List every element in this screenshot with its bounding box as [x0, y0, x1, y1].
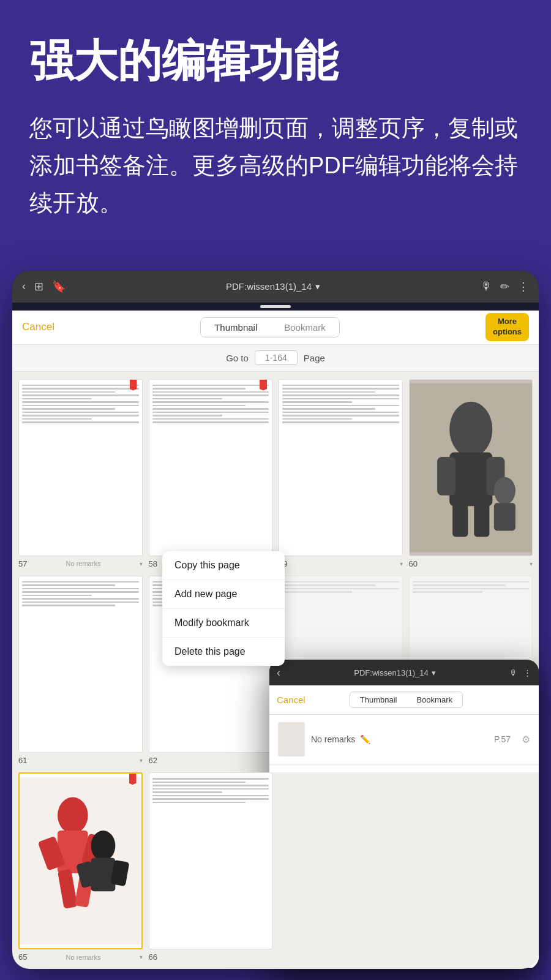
thumb-label-row-62: 62 ▾	[149, 756, 273, 765]
thumb-label-row-57: 57 No remarks ▾	[18, 559, 143, 568]
thumb-66[interactable]: 66	[149, 772, 273, 962]
tablet-topbar: ‹ ⊞ 🔖 PDF:wissen13(1)_14 ▾ 🎙 ✏ ⋮	[12, 271, 539, 303]
thumb-60[interactable]: 60 ▾	[409, 379, 533, 568]
thumb-61[interactable]: 61 ▾	[18, 576, 143, 765]
bookmark-item-p57[interactable]: No remarks ✏️ P.57 ⚙	[269, 715, 539, 764]
more-icon[interactable]: ⋮	[518, 280, 529, 293]
second-pdf-toolbar: Cancel Thumbnail Bookmark	[269, 685, 539, 715]
second-back-icon[interactable]: ‹	[277, 666, 280, 679]
thumbnail-grid-row1: 57 No remarks ▾	[12, 372, 539, 576]
bookmark-flag	[130, 380, 137, 391]
main-tablet: ‹ ⊞ 🔖 PDF:wissen13(1)_14 ▾ 🎙 ✏ ⋮ Cancel …	[12, 271, 539, 970]
page-text-lines	[149, 773, 272, 810]
svg-rect-3	[437, 457, 455, 496]
thumb-page-61	[18, 576, 143, 753]
delete-this-page-item[interactable]: Delete this page	[162, 638, 285, 666]
mic-icon[interactable]: 🎙	[481, 280, 492, 293]
thumb-page-59	[279, 379, 403, 556]
illustration-colored-svg	[20, 774, 141, 948]
second-cancel-button[interactable]: Cancel	[277, 695, 305, 705]
second-topbar-right: 🎙 ⋮	[509, 668, 531, 677]
second-topbar-center: PDF:wissen13(1)_14 ▾	[354, 668, 435, 677]
chevron-down-icon[interactable]: ▾	[530, 560, 533, 567]
thumb-page-60	[409, 379, 533, 556]
thumb-page-66	[149, 772, 273, 949]
thumb-label-row-59: 59 ▾	[279, 559, 403, 568]
drag-handle	[260, 305, 291, 308]
chevron-down-icon[interactable]: ▾	[140, 954, 143, 960]
thumb-num: 62	[149, 756, 157, 765]
thumb-num: 66	[149, 952, 157, 962]
page-label: Page	[304, 353, 325, 363]
bookmark-label-p57: No remarks ✏️	[311, 734, 488, 744]
chevron-down-icon[interactable]: ▾	[140, 757, 143, 764]
hero-title: 强大的编辑功能	[29, 37, 522, 85]
bookmark-flag	[129, 774, 137, 785]
thumb-num: 61	[18, 756, 27, 765]
thumb-remarks: No remarks	[66, 954, 101, 961]
second-mic-icon[interactable]: 🎙	[509, 668, 517, 677]
topbar-right-icons: 🎙 ✏ ⋮	[481, 280, 529, 293]
page-text-lines	[149, 380, 272, 430]
topbar-left-icons: ‹ ⊞ 🔖	[22, 280, 66, 293]
thumbnail-grid-row3: 65 No remarks ▾ 66	[12, 772, 539, 969]
bookmark-gear-icon[interactable]: ⚙	[522, 734, 530, 745]
thumb-label-row-66: 66	[149, 952, 273, 962]
second-tab-thumbnail[interactable]: Thumbnail	[350, 692, 407, 707]
thumb-57[interactable]: 57 No remarks ▾	[18, 379, 143, 568]
copy-this-page-item[interactable]: Copy this page	[162, 551, 285, 580]
thumb-58[interactable]: 58 No remarks ▾	[149, 379, 273, 568]
goto-label: Go to	[226, 353, 249, 363]
svg-rect-17	[91, 858, 116, 892]
pdf-toolbar: Cancel Thumbnail Bookmark Moreoptions	[12, 311, 539, 345]
second-tab-group: Thumbnail Bookmark	[350, 692, 463, 708]
tab-thumbnail[interactable]: Thumbnail	[201, 318, 271, 337]
thumb-page-58	[149, 379, 273, 556]
page-text-lines	[279, 380, 402, 430]
svg-rect-8	[493, 503, 515, 530]
second-dropdown-icon[interactable]: ▾	[432, 668, 436, 677]
second-tab-bookmark[interactable]: Bookmark	[407, 692, 462, 707]
pen-icon[interactable]: ✏	[500, 280, 509, 293]
goto-bar: Go to 1-164 Page	[12, 345, 539, 372]
more-options-button[interactable]: Moreoptions	[485, 313, 529, 341]
thumb-59[interactable]: 59 ▾	[279, 379, 403, 568]
tab-bookmark[interactable]: Bookmark	[271, 318, 339, 337]
page-text-lines	[19, 576, 142, 613]
bookmark-icon[interactable]: 🔖	[52, 280, 66, 293]
svg-point-1	[449, 401, 492, 456]
grid-icon[interactable]: ⊞	[34, 280, 43, 293]
goto-input[interactable]: 1-164	[255, 350, 298, 365]
back-icon[interactable]: ‹	[22, 280, 26, 293]
chevron-down-icon[interactable]: ▾	[400, 560, 403, 567]
thumb-num: 65	[18, 952, 27, 962]
svg-point-7	[493, 477, 515, 504]
thumb-num: 57	[18, 559, 27, 568]
topbar-center: PDF:wissen13(1)_14 ▾	[226, 281, 320, 292]
dropdown-icon[interactable]: ▾	[315, 281, 320, 292]
thumb-remarks: No remarks	[66, 560, 101, 567]
thumb-65[interactable]: 65 No remarks ▾	[18, 772, 143, 962]
cancel-button[interactable]: Cancel	[22, 321, 54, 333]
svg-rect-2	[449, 452, 492, 506]
svg-rect-6	[474, 503, 489, 537]
second-filename: PDF:wissen13(1)_14	[354, 668, 428, 677]
page-text-lines	[279, 576, 402, 600]
second-more-icon[interactable]: ⋮	[523, 668, 531, 677]
thumb-label-row-61: 61 ▾	[18, 756, 143, 765]
hero-description: 您可以通过鸟瞰图增删页面，调整页序，复制或添加书签备注。更多高级的PDF编辑功能…	[29, 110, 522, 221]
bookmark-flag	[260, 380, 267, 391]
svg-point-16	[91, 831, 116, 861]
add-new-page-item[interactable]: Add new page	[162, 580, 285, 609]
context-menu: Copy this page Add new page Modify bookm…	[162, 551, 285, 666]
hero-section: 强大的编辑功能 您可以通过鸟瞰图增删页面，调整页序，复制或添加书签备注。更多高级…	[0, 0, 551, 246]
svg-rect-5	[452, 503, 468, 537]
thumb-page-57	[18, 379, 143, 556]
modify-bookmark-item[interactable]: Modify bookmark	[162, 609, 285, 638]
bookmark-thumb-p57	[278, 722, 305, 756]
chevron-down-icon[interactable]: ▾	[140, 560, 143, 567]
thumb-page-65	[18, 772, 143, 949]
thumb-num: 58	[149, 559, 157, 568]
thumb-label-row-60: 60 ▾	[409, 559, 533, 568]
tab-group: Thumbnail Bookmark	[200, 317, 340, 337]
